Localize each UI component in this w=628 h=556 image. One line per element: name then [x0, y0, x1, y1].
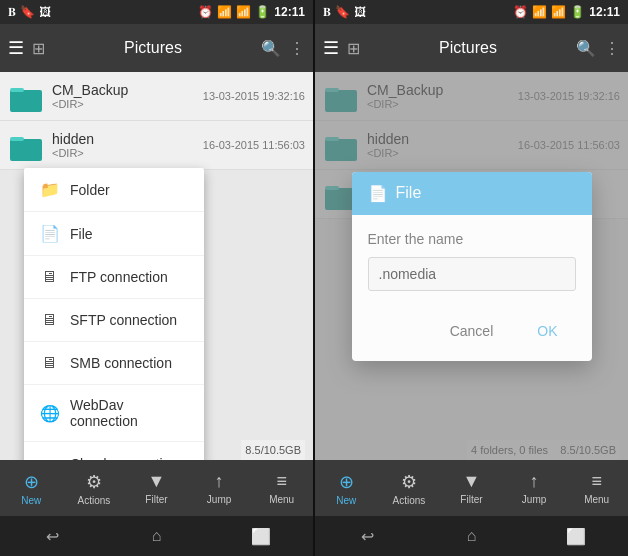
bottom-item-jump[interactable]: ↑ Jump	[188, 460, 251, 516]
menu-icon-bottom-left: ≡	[276, 471, 287, 492]
new-label: New	[21, 495, 41, 506]
home-button-left[interactable]: ⌂	[136, 527, 176, 545]
status-right-icons: ⏰ 📶 📶 🔋 12:11	[198, 5, 305, 19]
file-type-2: <DIR>	[52, 147, 203, 159]
clock-right: 12:11	[589, 5, 620, 19]
bottom-item-menu-right[interactable]: ≡ Menu	[565, 460, 628, 516]
dialog-header: 📄 File	[352, 172, 592, 215]
top-bar-right: ☰ ⊞ Pictures 🔍 ⋮	[315, 24, 628, 72]
menu-icon-left[interactable]: ☰	[8, 37, 24, 59]
more-icon-right[interactable]: ⋮	[604, 39, 620, 58]
wifi-icon-right: 📶	[532, 5, 547, 19]
photo-icon: 🖼	[39, 5, 51, 19]
dropdown-label-webdav: WebDav connection	[70, 397, 188, 429]
jump-label-right: Jump	[522, 494, 546, 505]
file-new-icon: 📄	[40, 224, 58, 243]
alarm-icon-right: ⏰	[513, 5, 528, 19]
dropdown-menu: 📁 Folder 📄 File 🖥 FTP connection 🖥 SFTP …	[24, 168, 204, 460]
bottom-item-filter[interactable]: ▼ Filter	[125, 460, 188, 516]
bottom-item-new-right[interactable]: ⊕ New	[315, 460, 378, 516]
wifi-icon: 📶	[217, 5, 232, 19]
grid-icon-left[interactable]: ⊞	[32, 39, 45, 58]
sftp-icon: 🖥	[40, 311, 58, 329]
file-name-2: hidden	[52, 131, 203, 147]
actions-label-right: Actions	[392, 495, 425, 506]
dropdown-item-cloud[interactable]: ☁ Cloud connection	[24, 442, 204, 460]
nav-bar-left: ↩ ⌂ ⬜	[0, 516, 313, 556]
recents-button-left[interactable]: ⬜	[241, 527, 281, 546]
folder-new-icon: 📁	[40, 180, 58, 199]
ok-button[interactable]: OK	[519, 315, 575, 347]
home-button-right[interactable]: ⌂	[451, 527, 491, 545]
filter-icon: ▼	[148, 471, 166, 492]
bottom-bar-right: ⊕ New ⚙ Actions ▼ Filter ↑ Jump ≡ Menu	[315, 460, 628, 516]
grid-icon-right[interactable]: ⊞	[347, 39, 360, 58]
search-icon-right[interactable]: 🔍	[576, 39, 596, 58]
status-bar-left: 𝐁 🔖 🖼 ⏰ 📶 📶 🔋 12:11	[0, 0, 313, 24]
clock-left: 12:11	[274, 5, 305, 19]
jump-label: Jump	[207, 494, 231, 505]
filename-input[interactable]	[368, 257, 576, 291]
file-list-left: CM_Backup <DIR> 13-03-2015 19:32:16 hidd…	[0, 72, 313, 460]
alarm-icon: ⏰	[198, 5, 213, 19]
dropdown-label-folder: Folder	[70, 182, 110, 198]
file-info-2: hidden <DIR>	[52, 131, 203, 159]
webdav-icon: 🌐	[40, 404, 58, 423]
ftp-icon: 🖥	[40, 268, 58, 286]
dropdown-item-folder[interactable]: 📁 Folder	[24, 168, 204, 212]
bottom-item-actions-right[interactable]: ⚙ Actions	[378, 460, 441, 516]
dropdown-item-smb[interactable]: 🖥 SMB connection	[24, 342, 204, 385]
bottom-item-new[interactable]: ⊕ New	[0, 460, 63, 516]
menu-icon-right[interactable]: ☰	[323, 37, 339, 59]
actions-icon-right: ⚙	[401, 471, 417, 493]
nav-bar-right: ↩ ⌂ ⬜	[315, 516, 628, 556]
filter-label: Filter	[145, 494, 167, 505]
dropdown-item-ftp[interactable]: 🖥 FTP connection	[24, 256, 204, 299]
dropdown-label-smb: SMB connection	[70, 355, 172, 371]
menu-label-right: Menu	[584, 494, 609, 505]
dialog-overlay: 📄 File Enter the name Cancel OK	[315, 72, 628, 460]
folder-icon-2	[8, 127, 44, 163]
bottom-item-menu[interactable]: ≡ Menu	[250, 460, 313, 516]
dialog-actions: Cancel OK	[352, 307, 592, 361]
b-icon-right: 𝐁	[323, 5, 331, 19]
more-icon-left[interactable]: ⋮	[289, 39, 305, 58]
back-button-right[interactable]: ↩	[347, 527, 387, 546]
bottom-bar-left: ⊕ New ⚙ Actions ▼ Filter ↑ Jump ≡ Menu	[0, 460, 313, 516]
bottom-item-actions[interactable]: ⚙ Actions	[63, 460, 126, 516]
cancel-button[interactable]: Cancel	[432, 315, 512, 347]
bottom-item-jump-right[interactable]: ↑ Jump	[503, 460, 566, 516]
filter-icon-right: ▼	[463, 471, 481, 492]
dropdown-label-file: File	[70, 226, 93, 242]
dialog-file-icon: 📄	[368, 184, 388, 203]
dropdown-item-webdav[interactable]: 🌐 WebDav connection	[24, 385, 204, 442]
actions-icon: ⚙	[86, 471, 102, 493]
jump-icon: ↑	[215, 471, 224, 492]
photo-icon-right: 🖼	[354, 5, 366, 19]
jump-icon-right: ↑	[530, 471, 539, 492]
dropdown-label-ftp: FTP connection	[70, 269, 168, 285]
new-icon-right: ⊕	[339, 471, 354, 493]
dialog-prompt: Enter the name	[368, 231, 576, 247]
status-bar-right: 𝐁 🔖 🖼 ⏰ 📶 📶 🔋 12:11	[315, 0, 628, 24]
bottom-item-filter-right[interactable]: ▼ Filter	[440, 460, 503, 516]
bookmark-icon-right: 🔖	[335, 5, 350, 19]
new-label-right: New	[336, 495, 356, 506]
bookmark-icon: 🔖	[20, 5, 35, 19]
dropdown-item-file[interactable]: 📄 File	[24, 212, 204, 256]
left-panel: 𝐁 🔖 🖼 ⏰ 📶 📶 🔋 12:11 ☰ ⊞ Pictures 🔍 ⋮	[0, 0, 313, 556]
back-button-left[interactable]: ↩	[32, 527, 72, 546]
list-item[interactable]: CM_Backup <DIR> 13-03-2015 19:32:16	[0, 72, 313, 121]
search-icon-left[interactable]: 🔍	[261, 39, 281, 58]
title-left: Pictures	[53, 39, 253, 57]
dialog-body: Enter the name	[352, 215, 592, 307]
dialog-title: File	[396, 184, 422, 202]
file-dialog: 📄 File Enter the name Cancel OK	[352, 172, 592, 361]
file-date-1: 13-03-2015 19:32:16	[203, 90, 305, 102]
svg-rect-3	[10, 137, 24, 141]
status-right-icons-right: ⏰ 📶 📶 🔋 12:11	[513, 5, 620, 19]
recents-button-right[interactable]: ⬜	[556, 527, 596, 546]
dropdown-item-sftp[interactable]: 🖥 SFTP connection	[24, 299, 204, 342]
filter-label-right: Filter	[460, 494, 482, 505]
list-item[interactable]: hidden <DIR> 16-03-2015 11:56:03	[0, 121, 313, 170]
